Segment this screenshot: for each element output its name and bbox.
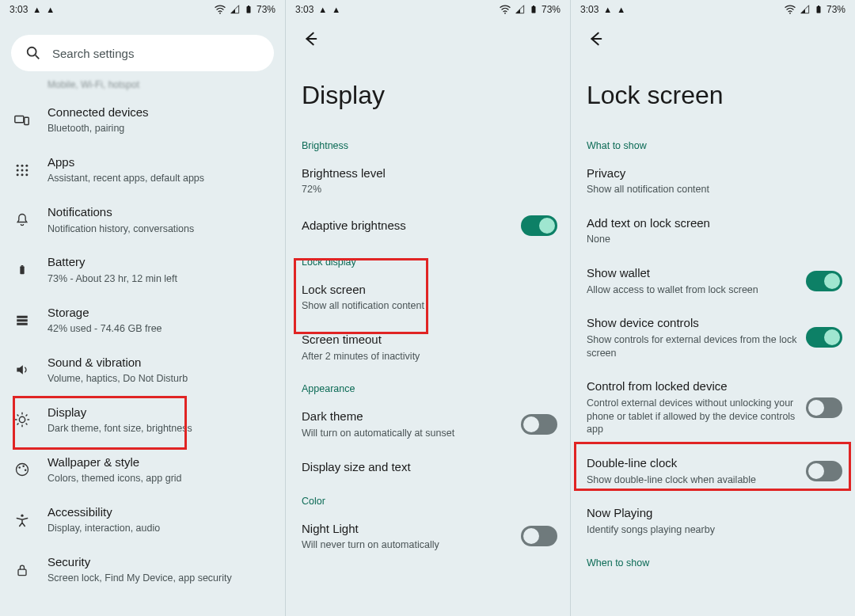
item-sound[interactable]: Sound & vibrationVolume, haptics, Do Not… xyxy=(0,345,285,395)
back-arrow-icon xyxy=(587,30,604,48)
item-privacy[interactable]: PrivacyShow all notification content xyxy=(571,156,855,206)
lock-screen-settings-pane: 3:03▲▲ 73% Lock screen What to show Priv… xyxy=(570,0,855,616)
item-wallpaper[interactable]: Wallpaper & styleColors, themed icons, a… xyxy=(0,445,285,495)
status-bar: 3:03 ▲ ▲ 73% xyxy=(0,0,285,19)
toggle-show-wallet[interactable] xyxy=(806,271,842,291)
devices-icon xyxy=(13,112,32,129)
item-show-wallet[interactable]: Show walletAllow access to wallet from l… xyxy=(571,256,855,306)
signal-icon xyxy=(515,4,526,15)
volume-icon xyxy=(13,362,32,378)
truncated-prev-item: Mobile, Wi-Fi, hotspot xyxy=(0,79,285,95)
notif-icon: ▲ xyxy=(332,5,340,14)
signal-icon xyxy=(800,4,811,15)
item-connected-devices[interactable]: Connected devicesBluetooth, pairing xyxy=(0,95,285,145)
notif-icon: ▲ xyxy=(32,5,41,14)
item-apps[interactable]: AppsAssistant, recent apps, default apps xyxy=(0,145,285,195)
toggle-device-controls[interactable] xyxy=(806,327,842,348)
item-double-line-clock[interactable]: Double-line clockShow double-line clock … xyxy=(571,446,855,496)
section-color: Color xyxy=(286,485,570,511)
item-accessibility[interactable]: AccessibilityDisplay, interaction, audio xyxy=(0,495,285,545)
item-brightness-level[interactable]: Brightness level72% xyxy=(286,156,570,206)
bell-icon xyxy=(13,212,32,228)
notif-icon: ▲ xyxy=(617,5,625,14)
settings-root-pane: 3:03 ▲ ▲ 73% Search settings Mobile, Wi-… xyxy=(0,0,285,616)
item-security[interactable]: SecurityScreen lock, Find My Device, app… xyxy=(0,545,285,595)
item-adaptive-brightness[interactable]: Adaptive brightness xyxy=(286,206,570,245)
accessibility-icon xyxy=(13,512,32,528)
search-placeholder: Search settings xyxy=(52,47,134,60)
section-appearance: Appearance xyxy=(286,372,570,399)
toggle-night-light[interactable] xyxy=(521,526,557,546)
item-battery[interactable]: Battery73% - About 23 hr, 12 min left xyxy=(0,245,285,295)
item-display[interactable]: DisplayDark theme, font size, brightness xyxy=(0,395,285,445)
item-control-from-locked[interactable]: Control from locked deviceControl extern… xyxy=(571,369,855,446)
wifi-icon xyxy=(784,3,796,16)
page-title: Lock screen xyxy=(571,52,855,129)
brightness-icon xyxy=(13,411,32,428)
item-add-text-lock-screen[interactable]: Add text on lock screenNone xyxy=(571,206,855,256)
apps-icon xyxy=(13,162,32,178)
search-icon xyxy=(25,45,41,61)
section-lock-display: Lock display xyxy=(286,245,570,272)
item-show-device-controls[interactable]: Show device controlsShow controls for ex… xyxy=(571,306,855,369)
item-lock-screen[interactable]: Lock screenShow all notification content xyxy=(286,272,570,322)
wifi-icon xyxy=(499,3,511,16)
item-dark-theme[interactable]: Dark themeWill turn on automatically at … xyxy=(286,399,570,449)
battery-icon xyxy=(814,4,823,15)
lock-icon xyxy=(13,562,32,578)
battery-icon xyxy=(244,4,253,15)
search-settings[interactable]: Search settings xyxy=(11,35,274,71)
signal-icon xyxy=(230,4,241,15)
section-brightness: Brightness xyxy=(286,129,570,156)
toggle-double-line-clock[interactable] xyxy=(806,461,842,481)
toggle-adaptive-brightness[interactable] xyxy=(521,215,557,236)
status-bar: 3:03▲▲ 73% xyxy=(286,0,570,19)
back-arrow-icon xyxy=(302,30,319,48)
notif-icon: ▲ xyxy=(603,5,612,14)
item-notifications[interactable]: NotificationsNotification history, conve… xyxy=(0,195,285,245)
item-night-light[interactable]: Night LightWill never turn on automatica… xyxy=(286,511,570,561)
palette-icon xyxy=(13,462,32,477)
battery-icon xyxy=(13,261,32,279)
back-button[interactable] xyxy=(286,19,570,52)
toggle-control-locked[interactable] xyxy=(806,397,842,418)
section-when-to-show: When to show xyxy=(571,546,855,573)
status-bar: 3:03▲▲ 73% xyxy=(571,0,855,19)
battery-icon xyxy=(529,4,538,15)
status-battery: 73% xyxy=(256,4,276,15)
item-display-size-text[interactable]: Display size and text xyxy=(286,450,570,485)
notif-icon: ▲ xyxy=(46,5,55,14)
storage-icon xyxy=(13,313,32,327)
item-screen-timeout[interactable]: Screen timeoutAfter 2 minutes of inactiv… xyxy=(286,322,570,372)
item-now-playing[interactable]: Now PlayingIdentify songs playing nearby xyxy=(571,496,855,546)
display-settings-pane: 3:03▲▲ 73% Display Brightness Brightness… xyxy=(285,0,570,616)
page-title: Display xyxy=(286,52,570,129)
back-button[interactable] xyxy=(571,19,855,52)
item-storage[interactable]: Storage42% used - 74.46 GB free xyxy=(0,295,285,345)
toggle-dark-theme[interactable] xyxy=(521,414,557,435)
status-time: 3:03 xyxy=(10,4,28,15)
section-what-to-show: What to show xyxy=(571,129,855,156)
notif-icon: ▲ xyxy=(318,5,327,14)
wifi-icon xyxy=(214,3,226,16)
